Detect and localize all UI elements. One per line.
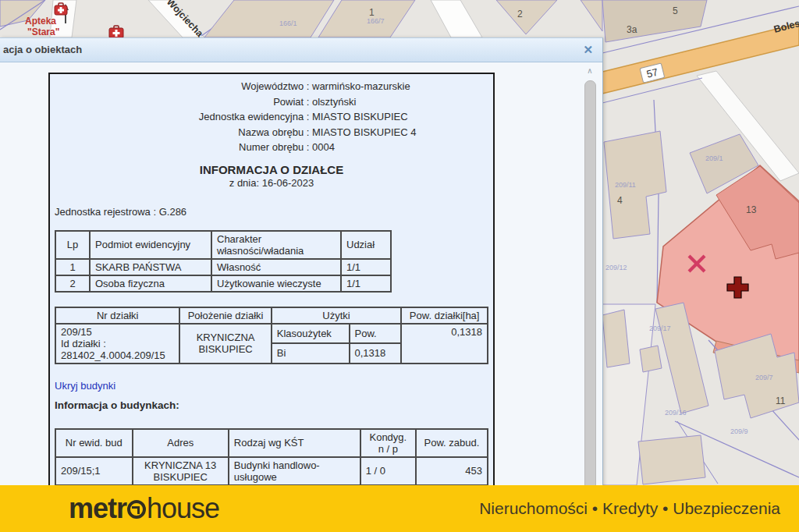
- col-header: Nr działki: [55, 307, 179, 324]
- header-value: warmińsko-mazurskie: [312, 79, 488, 94]
- cell: KRYNICZNA 13 BISKUPIEC: [133, 457, 229, 485]
- col-header: Pow. zabud.: [416, 429, 488, 457]
- table-header-row: Nr działki Położenie działki Użytki Pow.…: [55, 307, 488, 324]
- metrohouse-logo-o-icon: [127, 500, 146, 519]
- cell: 1: [55, 259, 90, 275]
- document-header: Województwo warmińsko-mazurskie Powiat o…: [55, 79, 488, 155]
- header-label: Nazwa obrębu: [55, 125, 312, 140]
- pharmacy-label-line2: "Stara": [27, 27, 59, 37]
- col-header: Charakter własności/władania: [211, 231, 341, 259]
- header-label: Numer obrębu: [55, 140, 312, 155]
- table-row: 209/15;1 KRYNICZNA 13 BISKUPIEC Budynki …: [55, 457, 488, 485]
- table-row: 1 SKARB PAŃSTWA Własność 1/1: [55, 259, 391, 275]
- parcel-number-cell: 209/15 Id działki : 281402_4.0004.209/15: [55, 324, 179, 364]
- header-value: 0004: [312, 140, 488, 155]
- parcel-number-faint: 209/12: [605, 264, 627, 271]
- building-label-4: 4: [617, 195, 623, 206]
- parcel-area-cell: 0,1318: [401, 324, 488, 364]
- scroll-up-button[interactable]: ∧: [584, 66, 596, 77]
- table-row: 209/15 Id działki : 281402_4.0004.209/15…: [55, 324, 488, 344]
- cell: Użytkowanie wieczyste: [211, 275, 341, 292]
- dialog-titlebar[interactable]: acja o obiektach ✕: [0, 38, 602, 62]
- cell: Budynki handlowo-usługowe: [229, 457, 360, 485]
- close-icon[interactable]: ✕: [583, 38, 593, 62]
- banner-tagline: Nieruchomości • Kredyty • Ubezpieczenia: [479, 499, 780, 518]
- dialog-title: acja o obiektach: [0, 38, 602, 62]
- register-unit-line: Jednostka rejestrowa : G.286: [55, 206, 488, 218]
- parcel-label-3a: 3a: [627, 24, 637, 35]
- col-header: Pow. działki[ha]: [401, 307, 488, 324]
- cell: 453: [416, 457, 488, 485]
- parcel-label-1: 1: [369, 7, 375, 18]
- col-header: Nr ewid. bud: [55, 429, 133, 457]
- parcel-location-cell: KRYNICZNA BISKUPIEC: [179, 324, 271, 364]
- info-dialog: acja o obiektach ✕ Województwo warmińsko…: [0, 37, 603, 532]
- cell: 209/15;1: [55, 457, 133, 485]
- pharmacy-label-line1: Apteka: [25, 16, 56, 27]
- parcel-number-faint: 209/9: [730, 427, 748, 435]
- parcel-table: Nr działki Położenie działki Użytki Pow.…: [55, 307, 488, 364]
- hide-buildings-link[interactable]: Ukryj budynki: [55, 380, 115, 392]
- cell: 1/1: [341, 275, 391, 292]
- parcel-number-faint: 209/1: [705, 154, 723, 162]
- cell: SKARB PAŃSTWA: [90, 259, 211, 275]
- header-value: MIASTO BISKUPIEC 4: [312, 125, 488, 140]
- uzytki-class: Bi: [272, 343, 350, 364]
- parcel-info-document: Województwo warmińsko-mazurskie Powiat o…: [48, 73, 495, 532]
- parcel-no: 209/15: [61, 326, 174, 338]
- parcel-label-5: 5: [673, 5, 678, 16]
- header-value: MIASTO BISKUPIEC: [312, 109, 488, 125]
- col-header: Podmiot ewidencyjny: [90, 231, 211, 259]
- table-row: 2 Osoba fizyczna Użytkowanie wieczyste 1…: [55, 275, 391, 292]
- col-header: Lp: [55, 231, 90, 259]
- cell: 1/1: [341, 259, 391, 275]
- logo-text-metr: metr: [69, 492, 126, 524]
- col-header: Użytki: [272, 307, 402, 324]
- parcel-number-faint: 209/11: [615, 181, 636, 189]
- document-title: INFORMACJA O DZIAŁCE: [55, 163, 488, 176]
- parcel-id-label: Id działki :: [61, 338, 174, 349]
- parcel-id: 281402_4.0004.209/15: [61, 349, 174, 361]
- parcel-number-faint: 209/16: [665, 409, 687, 417]
- metrohouse-banner: metrhouse Nieruchomości • Kredyty • Ubez…: [0, 485, 799, 532]
- uzytki-subheader: Klasoużytek: [272, 324, 350, 344]
- parcel-number-faint: 166/1: [279, 20, 297, 27]
- header-label: Jednostka ewidencyjna: [55, 109, 312, 125]
- header-label: Województwo: [55, 79, 312, 94]
- col-header: Adres: [133, 429, 229, 457]
- header-value: olsztyński: [312, 94, 488, 110]
- table-header-row: Lp Podmiot ewidencyjny Charakter własnoś…: [55, 231, 391, 259]
- cell: Osoba fizyczna: [90, 275, 211, 292]
- dialog-scrollbar: ∧: [584, 66, 596, 531]
- header-label: Powiat: [55, 94, 312, 110]
- col-header: Kondyg. n / p: [360, 429, 416, 457]
- parcel-label-2: 2: [517, 9, 523, 20]
- document-date: z dnia: 16-06-2023: [55, 177, 488, 189]
- uzytki-area: 0,1318: [350, 343, 402, 364]
- parcel-number-faint: 209/7: [755, 374, 773, 381]
- dialog-scrollbar-thumb[interactable]: [584, 80, 596, 531]
- building-label-13: 13: [746, 204, 757, 215]
- parcel-number-faint: 166/7: [367, 17, 385, 25]
- table-header-row: Nr ewid. bud Adres Rodzaj wg KŚT Kondyg.…: [55, 429, 488, 457]
- building-label-11: 11: [776, 395, 786, 406]
- buildings-table: Nr ewid. bud Adres Rodzaj wg KŚT Kondyg.…: [55, 428, 488, 486]
- uzytki-subheader: Pow.: [350, 324, 402, 344]
- col-header: Udział: [341, 231, 391, 259]
- col-header: Rodzaj wg KŚT: [229, 429, 360, 457]
- parcel-number-faint: 209/17: [649, 325, 671, 332]
- cell: Własność: [211, 259, 341, 275]
- cell: 2: [55, 275, 90, 292]
- metrohouse-logo: metrhouse: [69, 492, 219, 525]
- col-header: Położenie działki: [179, 307, 271, 324]
- buildings-heading: Informacja o budynkach:: [55, 399, 488, 411]
- logo-text-house: house: [147, 492, 219, 524]
- dialog-body: Województwo warmińsko-mazurskie Powiat o…: [0, 62, 602, 532]
- owners-table: Lp Podmiot ewidencyjny Charakter własnoś…: [55, 230, 392, 293]
- cell: 1 / 0: [360, 457, 416, 485]
